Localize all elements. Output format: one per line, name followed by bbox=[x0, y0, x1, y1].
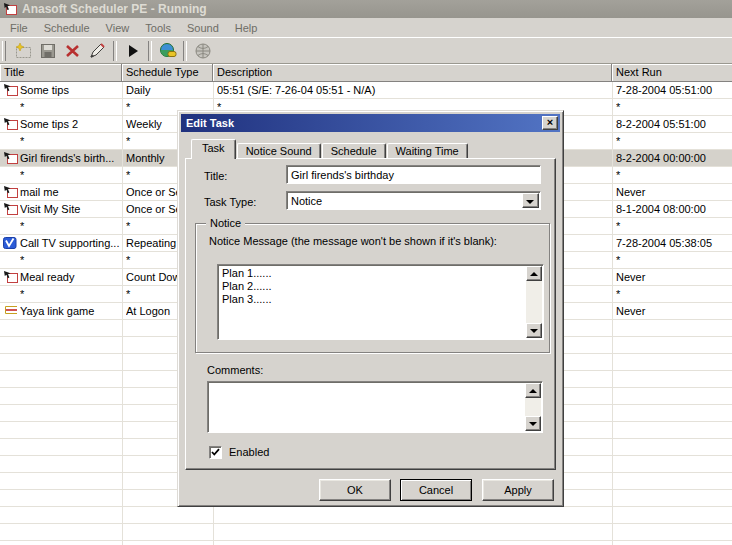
notice-message-label: Notice Message (the message won't be sho… bbox=[209, 235, 497, 248]
row-title: mail me bbox=[20, 184, 121, 200]
row-description: 05:51 (S/E: 7-26-04 05:51 - N/A) bbox=[217, 82, 611, 98]
scroll-up-icon[interactable] bbox=[525, 383, 541, 398]
row-next-run: Never bbox=[616, 269, 732, 285]
row-next-run: 8-2-2004 00:00:00 bbox=[616, 150, 732, 166]
notice-message-scrollbar[interactable] bbox=[526, 266, 542, 338]
toolbar-separator bbox=[148, 41, 152, 61]
scroll-down-icon[interactable] bbox=[526, 323, 542, 338]
task-type-label: Task Type: bbox=[204, 196, 256, 209]
column-header-schedule-type[interactable]: Schedule Type bbox=[122, 64, 213, 82]
row-next-run: Never bbox=[616, 184, 732, 200]
row-next-run: * bbox=[616, 286, 732, 302]
tab-task[interactable]: Task bbox=[191, 139, 236, 159]
menu-bar: FileScheduleViewToolsSoundHelp bbox=[0, 18, 732, 37]
dialog-title: Edit Task bbox=[186, 117, 234, 129]
task-icon bbox=[3, 151, 19, 165]
row-title: Visit My Site bbox=[20, 201, 121, 217]
task-icon bbox=[3, 270, 19, 284]
notice-group-legend: Notice bbox=[206, 217, 245, 230]
task-tab-panel: Title: Girl firends's birthday Task Type… bbox=[185, 158, 556, 470]
row-title: Some tips bbox=[20, 82, 121, 98]
apply-button[interactable]: Apply bbox=[482, 479, 554, 501]
edit-task-dialog: Edit Task × TaskNotice SoundScheduleWait… bbox=[177, 110, 564, 507]
tab-schedule[interactable]: Schedule bbox=[322, 143, 386, 159]
menu-item-file[interactable]: File bbox=[2, 20, 36, 36]
task-icon bbox=[3, 117, 19, 131]
row-next-run: 7-28-2004 05:38:05 bbox=[616, 235, 732, 251]
toolbar-separator bbox=[183, 41, 187, 61]
close-icon[interactable]: × bbox=[542, 116, 558, 130]
menu-item-help[interactable]: Help bbox=[227, 20, 266, 36]
notice-message-value: Plan 1...... Plan 2...... Plan 3...... bbox=[222, 267, 272, 306]
title-label: Title: bbox=[204, 170, 227, 183]
column-header-title[interactable]: Title bbox=[0, 64, 122, 82]
row-next-run: * bbox=[616, 133, 732, 149]
row-title: Some tips 2 bbox=[20, 116, 121, 132]
app-icon bbox=[3, 2, 17, 16]
menu-item-view[interactable]: View bbox=[98, 20, 138, 36]
row-title: * bbox=[20, 167, 121, 183]
title-input-value: Girl firends's birthday bbox=[291, 169, 394, 181]
row-title: * bbox=[20, 252, 121, 268]
check-icon bbox=[210, 447, 221, 458]
save-icon[interactable] bbox=[35, 40, 60, 62]
new-task-icon[interactable] bbox=[10, 40, 35, 62]
row-next-run: 8-1-2004 08:00:00 bbox=[616, 201, 732, 217]
tab-strip: TaskNotice SoundScheduleWaiting Time bbox=[191, 140, 469, 159]
flag-icon bbox=[3, 304, 19, 318]
comments-textarea[interactable] bbox=[207, 381, 543, 433]
toolbar-grip bbox=[2, 41, 6, 61]
enabled-checkbox[interactable] bbox=[209, 446, 222, 459]
window-title: Anasoft Scheduler PE - Running bbox=[22, 2, 207, 16]
run-icon[interactable] bbox=[120, 40, 145, 62]
row-title: Girl firends's birth... bbox=[20, 150, 121, 166]
sound-link-icon[interactable] bbox=[155, 40, 180, 62]
row-next-run: * bbox=[616, 99, 732, 115]
row-next-run: 7-28-2004 05:51:00 bbox=[616, 82, 732, 98]
delete-icon[interactable] bbox=[60, 40, 85, 62]
window-titlebar: Anasoft Scheduler PE - Running bbox=[0, 0, 732, 18]
notice-message-textarea[interactable]: Plan 1...... Plan 2...... Plan 3...... bbox=[217, 264, 544, 340]
row-title: Meal ready bbox=[20, 269, 121, 285]
application-window: Anasoft Scheduler PE - Running FileSched… bbox=[0, 0, 732, 545]
scroll-up-icon[interactable] bbox=[526, 266, 542, 281]
row-next-run: * bbox=[616, 167, 732, 183]
enabled-label: Enabled bbox=[229, 446, 269, 459]
comments-scrollbar[interactable] bbox=[525, 383, 541, 431]
row-next-run: 8-2-2004 05:51:00 bbox=[616, 116, 732, 132]
column-header-description[interactable]: Description bbox=[213, 64, 612, 82]
task-icon bbox=[3, 202, 19, 216]
title-input[interactable]: Girl firends's birthday bbox=[286, 165, 541, 184]
menu-item-sound[interactable]: Sound bbox=[179, 20, 227, 36]
column-header-next-run[interactable]: Next Run bbox=[612, 64, 732, 82]
task-type-combobox[interactable]: Notice bbox=[286, 191, 541, 210]
task-icon bbox=[3, 185, 19, 199]
globe-disabled-icon[interactable] bbox=[190, 40, 215, 62]
task-type-value: Notice bbox=[291, 195, 322, 207]
row-title: * bbox=[20, 286, 121, 302]
toolbar bbox=[0, 37, 732, 64]
row-next-run: * bbox=[616, 218, 732, 234]
edit-icon[interactable] bbox=[85, 40, 110, 62]
call-icon bbox=[3, 236, 19, 250]
row-title: * bbox=[20, 133, 121, 149]
row-next-run: Never bbox=[616, 303, 732, 319]
row-next-run: * bbox=[616, 252, 732, 268]
scroll-down-icon[interactable] bbox=[525, 416, 541, 431]
chevron-down-icon bbox=[526, 200, 534, 204]
tab-waiting-time[interactable]: Waiting Time bbox=[387, 143, 468, 159]
tab-notice-sound[interactable]: Notice Sound bbox=[237, 143, 321, 159]
dialog-titlebar[interactable]: Edit Task × bbox=[181, 114, 560, 132]
ok-button[interactable]: OK bbox=[319, 479, 391, 501]
task-icon bbox=[3, 83, 19, 97]
notice-groupbox: Notice Notice Message (the message won't… bbox=[195, 223, 550, 353]
row-schedule-type: Daily bbox=[126, 82, 212, 98]
row-title: Yaya link game bbox=[20, 303, 121, 319]
row-title: * bbox=[20, 218, 121, 234]
menu-item-schedule[interactable]: Schedule bbox=[36, 20, 98, 36]
cancel-button[interactable]: Cancel bbox=[400, 479, 472, 501]
menu-item-tools[interactable]: Tools bbox=[137, 20, 179, 36]
grid-vline bbox=[612, 82, 613, 545]
combo-dropdown-button[interactable] bbox=[522, 193, 539, 208]
table-row[interactable]: Some tipsDaily05:51 (S/E: 7-26-04 05:51 … bbox=[0, 82, 732, 98]
